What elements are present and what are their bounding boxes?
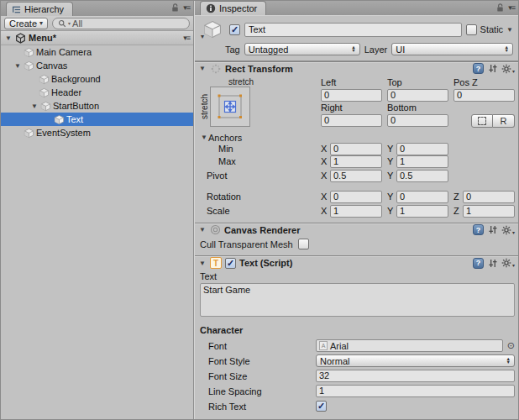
help-icon[interactable]: ? <box>473 224 484 235</box>
presets-icon[interactable] <box>488 259 497 268</box>
scene-foldout-icon[interactable]: ▼ <box>4 34 13 42</box>
pivot-x-field[interactable]: 0.5 <box>330 170 382 182</box>
rect-transform-header[interactable]: ▼ Rect Transform ? ▾ <box>195 61 518 76</box>
tree-item-canvas[interactable]: ▼ Canvas <box>1 59 193 72</box>
tree-item-label: Background <box>51 74 101 84</box>
font-size-field[interactable]: 32 <box>316 370 515 382</box>
y-axis-label: Y <box>387 206 394 216</box>
tree-item-eventsystem[interactable]: EventSystem <box>1 126 193 139</box>
text-value-textarea[interactable]: Start Game <box>200 283 515 317</box>
tree-item-startbutton[interactable]: ▼ StartButton <box>1 99 193 113</box>
posz-field[interactable]: 0 <box>453 89 515 102</box>
lock-icon[interactable] <box>170 3 180 13</box>
help-icon[interactable]: ? <box>473 258 484 269</box>
right-label: Right <box>321 102 382 113</box>
gear-icon[interactable]: ▾ <box>501 64 515 74</box>
font-size-row: Font Size 32 <box>200 370 515 382</box>
left-label: Left <box>321 77 382 88</box>
text-script-header[interactable]: ▼ T ✓ Text (Script) ? ▾ <box>195 255 518 270</box>
foldout-icon[interactable]: ▼ <box>198 226 207 234</box>
tab-inspector[interactable]: Inspector <box>200 1 266 15</box>
tag-label: Tag <box>225 45 240 55</box>
right-field[interactable]: 0 <box>321 114 382 127</box>
scene-header[interactable]: ▼ Menu* ▾≡ <box>1 31 193 45</box>
anchor-preset-button[interactable] <box>210 87 250 127</box>
scene-menu-icon[interactable]: ▾≡ <box>183 34 190 42</box>
presets-icon[interactable] <box>488 64 497 73</box>
static-dropdown-icon[interactable]: ▼ <box>506 26 513 34</box>
static-checkbox[interactable] <box>466 24 477 35</box>
canvas-renderer-header[interactable]: ▼ Canvas Renderer ? ▾ <box>195 223 518 237</box>
rotation-x-field[interactable]: 0 <box>330 191 382 203</box>
rich-text-row: Rich Text ✓ <box>200 400 515 412</box>
bottom-field[interactable]: 0 <box>387 114 448 127</box>
layer-dropdown[interactable]: UI ▲▼ <box>391 43 513 55</box>
text-component-icon: T <box>210 257 222 269</box>
anchor-min-y-field[interactable]: 0 <box>396 143 448 155</box>
min-label: Min <box>200 144 321 154</box>
object-picker-icon[interactable]: ⊙ <box>506 341 515 350</box>
hierarchy-search-input[interactable]: ▾ All <box>52 18 190 29</box>
gameobject-icon-button[interactable]: ▾ <box>200 18 225 40</box>
top-field[interactable]: 0 <box>387 89 448 102</box>
tree-item-background[interactable]: Background <box>1 72 193 86</box>
font-style-dropdown[interactable]: Normal ▲▼ <box>316 354 515 367</box>
gear-icon[interactable]: ▾ <box>501 225 515 235</box>
foldout-icon[interactable]: ▼ <box>13 62 22 70</box>
scene-name: Menu* <box>29 33 56 43</box>
line-spacing-field[interactable]: 1 <box>316 385 515 397</box>
stretch-label-vertical: stretch <box>200 87 210 126</box>
tag-value: Untagged <box>249 45 289 55</box>
search-filter-chevron-icon[interactable]: ▾ <box>68 20 71 26</box>
presets-icon[interactable] <box>488 225 497 234</box>
gear-icon[interactable]: ▾ <box>501 258 515 268</box>
font-size-label: Font Size <box>200 371 316 381</box>
gameobject-cube-icon <box>54 114 65 125</box>
dropdown-arrows-icon: ▲▼ <box>501 46 509 52</box>
tab-hierarchy-label: Hierarchy <box>24 4 64 14</box>
anchors-foldout-row[interactable]: ▼ Anchors <box>195 133 518 143</box>
pivot-y-field[interactable]: 0.5 <box>396 170 448 182</box>
tree-item-main-camera[interactable]: Main Camera <box>1 45 193 59</box>
name-input[interactable] <box>244 23 462 37</box>
tag-dropdown[interactable]: Untagged ▲▼ <box>244 43 360 55</box>
left-field[interactable]: 0 <box>321 89 382 102</box>
font-object-field[interactable]: A Arial <box>316 339 503 352</box>
search-filter-text: All <box>72 18 82 29</box>
active-checkbox[interactable]: ✓ <box>229 24 240 35</box>
cull-transparent-mesh-label: Cull Transparent Mesh <box>200 239 293 249</box>
tree-item-header[interactable]: Header <box>1 86 193 99</box>
tree-item-text-selected[interactable]: Text <box>1 113 193 126</box>
component-enabled-checkbox[interactable]: ✓ <box>225 258 236 269</box>
foldout-icon[interactable]: ▼ <box>30 102 39 110</box>
tree-item-label: StartButton <box>53 101 99 111</box>
z-axis-label: Z <box>453 192 460 202</box>
tab-hierarchy[interactable]: Hierarchy <box>6 2 73 16</box>
cull-transparent-mesh-checkbox[interactable] <box>298 239 309 249</box>
anchors-min-row: Min X0 Y0 <box>195 143 518 155</box>
rotation-z-field[interactable]: 0 <box>463 191 515 203</box>
rect-transform-icon <box>210 63 222 75</box>
scale-x-field[interactable]: 1 <box>330 205 382 218</box>
rotation-y-field[interactable]: 0 <box>396 191 448 203</box>
rich-text-checkbox[interactable]: ✓ <box>316 401 327 412</box>
foldout-icon[interactable]: ▼ <box>198 260 207 267</box>
panel-menu-icon[interactable]: ▾≡ <box>183 3 190 12</box>
posz-label: Pos Z <box>453 77 515 88</box>
help-icon[interactable]: ? <box>473 63 484 74</box>
anchor-min-x-field[interactable]: 0 <box>330 143 382 155</box>
scale-y-field[interactable]: 1 <box>396 205 448 218</box>
scale-z-field[interactable]: 1 <box>463 205 515 218</box>
lock-icon[interactable] <box>495 3 505 13</box>
info-icon <box>206 3 216 13</box>
anchor-max-x-field[interactable]: 1 <box>330 155 382 168</box>
tree-item-label: Canvas <box>36 60 67 71</box>
foldout-icon[interactable]: ▼ <box>198 65 207 72</box>
raw-edit-mode-button[interactable]: R <box>493 114 515 128</box>
panel-menu-icon[interactable]: ▾≡ <box>508 3 515 12</box>
foldout-icon[interactable]: ▼ <box>200 134 208 141</box>
anchor-max-y-field[interactable]: 1 <box>396 155 448 168</box>
x-axis-label: X <box>321 192 328 202</box>
blueprint-mode-button[interactable] <box>471 114 493 128</box>
create-button[interactable]: Create ▾ <box>4 18 48 29</box>
